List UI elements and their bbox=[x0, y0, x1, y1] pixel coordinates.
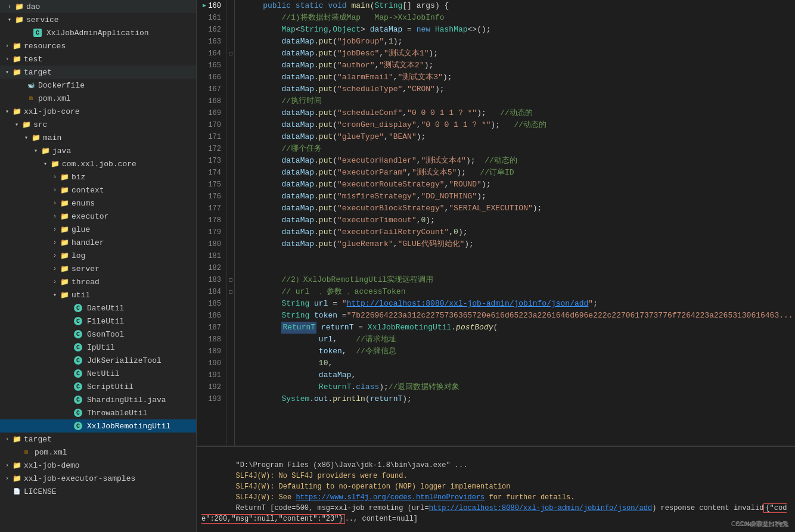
cmt-170: //动态的 bbox=[514, 119, 547, 131]
plain-165b: . bbox=[314, 60, 319, 71]
label-XxlJobAdminApplication: XxlJobAdminApplication bbox=[46, 29, 149, 38]
gutter-dot-183 bbox=[229, 278, 232, 282]
tree-item-XxlJobAdminApplication[interactable]: C XxlJobAdminApplication bbox=[0, 26, 196, 39]
plain-188a bbox=[244, 334, 319, 346]
folder-icon-target: 📁 bbox=[12, 67, 21, 77]
tree-item-JdkSerializeTool[interactable]: C JdkSerializeTool bbox=[0, 354, 196, 367]
tree-item-glue[interactable]: 📁 glue bbox=[0, 223, 196, 236]
tree-item-xxl-job-demo[interactable]: 📁 xxl-job-demo bbox=[0, 459, 196, 472]
console-panel[interactable]: "D:\Program Files (x86)\Java\jdk-1.8\bin… bbox=[197, 446, 795, 532]
tree-item-java[interactable]: 📁 java bbox=[0, 144, 196, 157]
fn-put-170: put bbox=[319, 119, 333, 131]
tree-item-main[interactable]: 📁 main bbox=[0, 131, 196, 144]
tree-item-target2[interactable]: 📁 target bbox=[0, 433, 196, 446]
str-DO_NOTHING-176: "DO_NOTHING" bbox=[421, 191, 477, 203]
tree-item-ShardingUtil[interactable]: C ShardingUtil.java bbox=[0, 393, 196, 406]
tree-item-GsonTool[interactable]: C GsonTool bbox=[0, 328, 196, 341]
code-container[interactable]: 160 161 162 163 164 165 166 167 168 169 … bbox=[197, 0, 795, 446]
kw-void-160: void bbox=[328, 0, 351, 12]
tree-item-pom1[interactable]: m pom.xml bbox=[0, 92, 196, 105]
code-line-176: dataMap.put("misfireStrategy","DO_NOTHIN… bbox=[235, 191, 795, 203]
tree-item-ScriptUtil[interactable]: C ScriptUtil bbox=[0, 380, 196, 393]
tree-item-service[interactable]: 📁 service bbox=[0, 13, 196, 26]
label-server: server bbox=[72, 265, 100, 273]
java-icon-XxlJobAdminApplication: C bbox=[33, 29, 42, 37]
tree-item-pom2[interactable]: m pom.xml bbox=[0, 446, 196, 459]
type-String-162: String bbox=[300, 24, 328, 36]
plain-186c: = bbox=[337, 310, 347, 322]
var-dataMap-165: dataMap bbox=[281, 60, 314, 71]
tree-item-resources[interactable]: 📁 resources bbox=[0, 39, 196, 52]
plain-190a bbox=[244, 357, 319, 369]
tree-item-biz[interactable]: 📁 biz bbox=[0, 170, 196, 183]
link-result[interactable]: http://localhost:8080/xxl-job-admin/jobi… bbox=[429, 504, 652, 512]
str-misfire-176: "misfireStrategy" bbox=[337, 191, 417, 203]
tree-item-context[interactable]: 📁 context bbox=[0, 183, 196, 197]
line-num-170: 170 bbox=[204, 119, 221, 131]
tree-item-src[interactable]: 📁 src bbox=[0, 118, 196, 131]
label-glue: glue bbox=[72, 225, 90, 234]
str-ROUND-175: "ROUND" bbox=[449, 179, 482, 191]
tree-item-ThrowableUtil[interactable]: C ThrowableUtil bbox=[0, 406, 196, 419]
code-line-172: //哪个任务 bbox=[235, 143, 795, 155]
code-line-187: ReturnT returnT = XxlJobRemotingUtil.pos… bbox=[235, 322, 795, 334]
gutter-165 bbox=[226, 60, 234, 71]
folder-icon-util: 📁 bbox=[60, 290, 69, 300]
str-jobGroup-163: "jobGroup" bbox=[337, 36, 384, 48]
label-NetUtil: NetUtil bbox=[87, 369, 120, 378]
tree-item-thread[interactable]: 📁 thread bbox=[0, 275, 196, 288]
tree-item-xxl-job-executor-samples[interactable]: 📁 xxl-job-executor-samples bbox=[0, 472, 196, 485]
gutter-186 bbox=[226, 310, 234, 322]
tree-item-server[interactable]: 📁 server bbox=[0, 262, 196, 275]
tree-item-com-xxl-job-core[interactable]: 📁 com.xxl.job.core bbox=[0, 157, 196, 170]
gutter-176 bbox=[226, 191, 234, 203]
file-tree[interactable]: 📁 dao 📁 service C XxlJobAdminApplication… bbox=[0, 0, 197, 532]
type-String-186: String bbox=[281, 310, 309, 322]
tree-item-executor[interactable]: 📁 executor bbox=[0, 210, 196, 223]
plain-178c: ( bbox=[333, 214, 337, 226]
tree-item-util[interactable]: 📁 util bbox=[0, 288, 196, 301]
tree-item-FileUtil[interactable]: C FileUtil bbox=[0, 315, 196, 328]
tree-item-XxlJobRemotingUtil[interactable]: C XxlJobRemotingUtil bbox=[0, 419, 196, 433]
code-line-188: url, //请求地址 bbox=[235, 334, 795, 346]
plain-176a bbox=[244, 191, 281, 203]
label-JdkSerializeTool: JdkSerializeTool bbox=[87, 356, 162, 365]
plain-163a bbox=[244, 36, 281, 48]
tree-item-dao[interactable]: 📁 dao bbox=[0, 0, 196, 13]
cmt-183: //2）XxlJobRemotingUtil实现远程调用 bbox=[244, 274, 433, 286]
label-GsonTool: GsonTool bbox=[87, 330, 124, 339]
plain-170c: ( bbox=[333, 119, 337, 131]
editor-area: 160 161 162 163 164 165 166 167 168 169 … bbox=[197, 0, 795, 532]
plain-170a bbox=[244, 119, 281, 131]
code-line-192: ReturnT.class);//返回数据转换对象 bbox=[235, 381, 795, 393]
tree-item-IpUtil[interactable]: C IpUtil bbox=[0, 341, 196, 354]
var-dataMap-176: dataMap bbox=[281, 191, 314, 203]
tree-item-Dockerfile[interactable]: 🐋 Dockerfile bbox=[0, 79, 196, 92]
code-editor[interactable]: public static void main(String[] args) {… bbox=[235, 0, 795, 446]
label-pom2: pom.xml bbox=[35, 448, 67, 457]
tree-item-enums[interactable]: 📁 enums bbox=[0, 197, 196, 210]
cmt-174: //订单ID bbox=[480, 167, 514, 179]
link-slf4j[interactable]: https://www.slf4j.org/codes.html#noProvi… bbox=[296, 493, 485, 502]
fn-main-160: main bbox=[351, 0, 369, 12]
tree-item-LICENSE[interactable]: 📄 LICENSE bbox=[0, 485, 196, 498]
tree-item-target[interactable]: 📁 target bbox=[0, 66, 196, 79]
fn-put-164: put bbox=[319, 48, 333, 60]
plain-165c: ( bbox=[333, 60, 337, 71]
tree-item-handler[interactable]: 📁 handler bbox=[0, 236, 196, 249]
tree-item-xxl-job-core[interactable]: 📁 xxl-job-core bbox=[0, 105, 196, 118]
plain-171b: . bbox=[314, 131, 319, 143]
code-line-186: String token ="7b226964223a312c227573636… bbox=[235, 310, 795, 322]
code-line-161: //1)将数据封装成Map Map->XxlJobInfo bbox=[235, 12, 795, 24]
code-line-185: String url = "http://localhost:8080/xxl-… bbox=[235, 298, 795, 310]
code-line-166: dataMap.put("alarmEmail","测试文本3"); bbox=[235, 71, 795, 83]
plain-187d: . bbox=[451, 322, 456, 334]
plain-176e: ); bbox=[477, 191, 486, 203]
docker-icon-Dockerfile: 🐋 bbox=[26, 80, 36, 90]
var-dataMap-177: dataMap bbox=[281, 203, 314, 214]
tree-item-NetUtil[interactable]: C NetUtil bbox=[0, 367, 196, 380]
code-line-175: dataMap.put("executorRouteStrategy","ROU… bbox=[235, 179, 795, 191]
tree-item-test[interactable]: 📁 test bbox=[0, 52, 196, 66]
tree-item-log[interactable]: 📁 log bbox=[0, 249, 196, 262]
tree-item-DateUtil[interactable]: C DateUtil bbox=[0, 301, 196, 315]
